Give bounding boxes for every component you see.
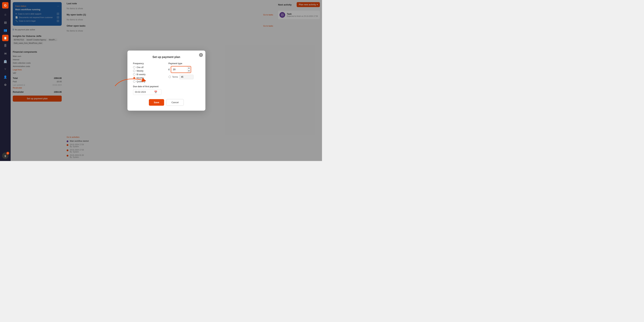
payment-type-label: Payment type	[168, 62, 200, 65]
radio-monthly-label: Monthly	[137, 77, 144, 79]
radio-quarterly[interactable]	[133, 80, 136, 83]
sidebar-item-team[interactable]: 👤	[2, 74, 8, 80]
modal-save-button[interactable]: Save	[149, 99, 164, 106]
radio-bi-weekly-label: Bi weekly	[137, 73, 146, 76]
app-logo[interactable]: G	[2, 2, 8, 9]
terms-label: Terms	[172, 76, 178, 78]
radio-bi-weekly[interactable]	[133, 73, 136, 76]
amount-increment[interactable]: ▲	[187, 67, 191, 70]
amount-row: £ ▲ ▼	[168, 66, 200, 73]
due-date-section: Due date of first payment 📅	[133, 85, 164, 95]
amount-spinner: ▲ ▼	[187, 67, 191, 73]
radio-one-off[interactable]	[133, 66, 136, 69]
radio-one-off-label: One off	[137, 66, 144, 69]
modal-close-button[interactable]: ✕	[199, 53, 203, 57]
currency-symbol: £	[168, 68, 170, 71]
modal-footer: Save Cancel	[133, 99, 200, 106]
calendar-icon: 📅	[154, 91, 157, 93]
radio-monthly[interactable]	[133, 77, 136, 79]
sidebar-item-inbox[interactable]: ▤	[2, 19, 8, 26]
sidebar-item-cases[interactable]: 📋	[2, 35, 8, 41]
frequency-radio-group: One off Weekly Bi weekly Monthly	[133, 66, 164, 83]
amount-input-wrapper: ▲ ▼	[171, 66, 191, 73]
modal-payment-section: Payment type £ ▲ ▼ Terms	[168, 62, 200, 95]
sidebar-item-home[interactable]: ⌂	[2, 11, 8, 18]
payment-plan-modal: Set up payment plan ✕ Frequency One off …	[128, 51, 206, 111]
frequency-weekly[interactable]: Weekly	[133, 70, 164, 72]
terms-row: Terms	[168, 75, 200, 79]
sidebar-item-git[interactable]: ⑂	[2, 66, 8, 72]
frequency-one-off[interactable]: One off	[133, 66, 164, 69]
terms-input[interactable]	[179, 75, 194, 79]
due-date-input[interactable]	[135, 91, 153, 93]
notification-badge: 8	[6, 152, 9, 155]
frequency-monthly[interactable]: Monthly	[133, 77, 164, 79]
radio-weekly-label: Weekly	[137, 70, 144, 72]
svg-text:G: G	[4, 4, 6, 7]
modal-cancel-button[interactable]: Cancel	[166, 99, 184, 106]
amount-decrement[interactable]: ▼	[187, 70, 191, 73]
sidebar: G ⌂ ▤ 👥 📋 🗄 ✉ 🏦 ⑂ 👤 ⚙ g 8	[0, 0, 11, 161]
radio-terms[interactable]	[168, 76, 171, 78]
radio-weekly[interactable]	[133, 70, 136, 72]
frequency-bi-weekly[interactable]: Bi weekly	[133, 73, 164, 76]
avatar[interactable]: g 8	[2, 152, 8, 159]
avatar-initials: g	[4, 154, 6, 157]
radio-quarterly-label: Quarterly	[137, 80, 145, 83]
sidebar-item-bank[interactable]: 🏦	[2, 58, 8, 65]
modal-title: Set up payment plan	[133, 56, 200, 59]
modal-frequency-section: Frequency One off Weekly Bi weekly	[133, 62, 164, 95]
date-input-wrapper: 📅	[133, 89, 162, 95]
due-date-label: Due date of first payment	[133, 85, 164, 88]
modal-body: Frequency One off Weekly Bi weekly	[133, 62, 200, 95]
frequency-label: Frequency	[133, 62, 164, 65]
sidebar-item-database[interactable]: 🗄	[2, 43, 8, 49]
sidebar-item-contacts[interactable]: 👥	[2, 27, 8, 33]
amount-input[interactable]	[171, 67, 187, 72]
frequency-quarterly[interactable]: Quarterly	[133, 80, 164, 83]
sidebar-item-mail[interactable]: ✉	[2, 50, 8, 57]
modal-overlay: Set up payment plan ✕ Frequency One off …	[11, 0, 322, 161]
sidebar-item-settings[interactable]: ⚙	[2, 82, 8, 88]
